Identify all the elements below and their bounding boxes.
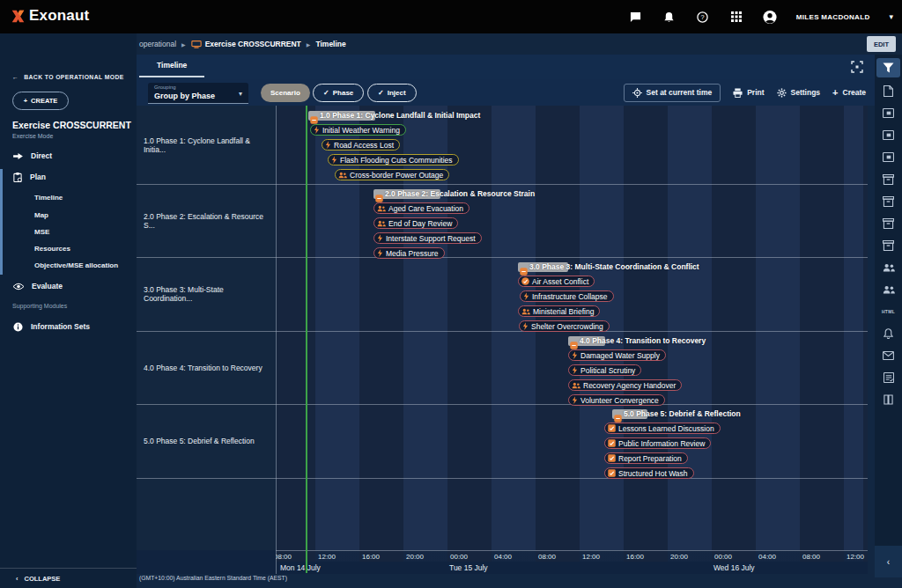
inject-pill[interactable]: Damaged Water Supply xyxy=(568,349,666,361)
chevron-down-icon[interactable]: ▾ xyxy=(889,12,893,21)
file-icon[interactable] xyxy=(875,80,902,102)
inject-title: Infrastructure Collapse xyxy=(532,292,608,301)
phase-icon xyxy=(375,190,383,198)
inject-pill[interactable]: Public Information Review xyxy=(604,437,711,449)
inject-pill[interactable]: Lessons Learned Discussion xyxy=(604,423,721,434)
tab-bar: Timeline xyxy=(137,55,875,79)
breadcrumb-separator-icon: ▶ xyxy=(181,41,186,48)
exercise-mode-label: Exercise Mode xyxy=(12,133,53,139)
apps-grid-icon[interactable] xyxy=(729,10,743,24)
help-icon[interactable]: ? xyxy=(696,10,710,24)
phase-title: 1.0 Phase 1: Cyclone Landfall & Initial … xyxy=(320,111,480,121)
axis-date-label: Wed 16 July xyxy=(713,563,755,572)
chat-icon[interactable] xyxy=(629,10,643,24)
timeline-row-label: 4.0 Phase 4: Transition to Recovery xyxy=(144,331,271,404)
back-to-operational-mode[interactable]: ← BACK TO OPERATIONAL MODE xyxy=(12,74,124,80)
tab-timeline[interactable]: Timeline xyxy=(139,55,204,77)
evaluate-eye-icon xyxy=(13,283,24,290)
inject-pill[interactable]: Political Scrutiny xyxy=(568,364,641,376)
sidebar-collapse-button[interactable]: ‹ COLLAPSE xyxy=(0,568,137,588)
bell-icon[interactable] xyxy=(662,10,676,24)
archive-icon[interactable] xyxy=(875,168,902,190)
settings-button[interactable]: Settings xyxy=(777,88,821,98)
fullscreen-icon[interactable] xyxy=(851,61,863,73)
card-icon[interactable] xyxy=(875,102,902,124)
inject-title: Damaged Water Supply xyxy=(580,351,660,360)
inject-pill[interactable]: Road Access Lost xyxy=(322,139,400,151)
inject-pill[interactable]: Recovery Agency Handover xyxy=(568,379,682,391)
grouping-select[interactable]: Grouping Group by Phase ▾ xyxy=(148,83,248,104)
scenario-chip[interactable]: Scenario xyxy=(261,84,310,102)
user-name[interactable]: MILES MACDONALD xyxy=(796,13,870,21)
time-axis-dates: Mon 14 JulyTue 15 JulyWed 16 July xyxy=(276,562,868,574)
inject-pill[interactable]: Cross-border Power Outage xyxy=(335,169,449,180)
axis-tick-label: 04:00 xyxy=(494,553,512,561)
users-icon xyxy=(521,308,530,315)
timeline-plot: 1.0 Phase 1: Cyclone Landfall & Initial … xyxy=(276,106,868,550)
sidebar-item-objective-mse-allocation[interactable]: Objective/MSE allocation xyxy=(0,257,137,274)
sidebar-create-button[interactable]: + CREATE xyxy=(12,92,69,110)
breadcrumb: operational ▶ Exercise CROSSCURRENT ▶ Ti… xyxy=(137,33,902,55)
sidebar-item-information-sets[interactable]: Information Sets xyxy=(0,317,137,336)
sidebar-item-plan[interactable]: Plan xyxy=(0,167,137,187)
rail-collapse-button[interactable]: ‹ xyxy=(875,546,902,577)
archive-icon[interactable] xyxy=(875,212,902,234)
timeline-row-label: 1.0 Phase 1: Cyclone Landfall & Initia..… xyxy=(144,106,271,184)
right-rail: HTML ‹ xyxy=(875,55,902,577)
create-button[interactable]: + Create xyxy=(832,87,866,98)
card-icon[interactable] xyxy=(875,124,902,146)
archive-icon[interactable] xyxy=(875,234,902,256)
inject-pill[interactable]: Media Pressure xyxy=(373,247,445,259)
set-at-current-time-button[interactable]: Set at current time xyxy=(624,84,721,102)
avatar-icon[interactable] xyxy=(763,10,777,24)
bell-icon[interactable] xyxy=(875,322,902,344)
inject-pill[interactable]: Shelter Overcrowding xyxy=(519,320,610,332)
sidebar-item-map[interactable]: Map xyxy=(0,207,137,224)
breadcrumb-operational[interactable]: operational xyxy=(139,40,176,48)
archive-icon[interactable] xyxy=(875,190,902,212)
sidebar-item-mse[interactable]: MSE xyxy=(0,224,137,240)
note-icon[interactable] xyxy=(875,366,902,388)
row-separator xyxy=(137,257,868,258)
chevron-left-icon: ‹ xyxy=(16,575,18,583)
phase-chip[interactable]: ✓ Phase xyxy=(313,84,364,102)
exonaut-logo[interactable]: Exonaut xyxy=(11,7,89,25)
inject-pill[interactable]: Flash Flooding Cuts Communities xyxy=(328,154,459,165)
edit-button[interactable]: EDIT xyxy=(867,36,896,52)
mail-icon[interactable] xyxy=(875,344,902,366)
inject-title: Aged Care Evacuation xyxy=(388,204,463,213)
filter-icon[interactable] xyxy=(876,58,900,77)
inject-pill[interactable]: Air Asset Conflict xyxy=(518,276,595,287)
inject-pill[interactable]: Initial Weather Warning xyxy=(310,124,406,136)
users-icon[interactable] xyxy=(875,278,902,300)
inject-pill[interactable]: Interstate Support Request xyxy=(373,232,482,244)
inject-title: Interstate Support Request xyxy=(386,234,476,243)
sidebar-item-timeline[interactable]: Timeline xyxy=(0,189,137,206)
users-icon[interactable] xyxy=(875,256,902,278)
breadcrumb-timeline[interactable]: Timeline xyxy=(315,40,345,48)
users-icon xyxy=(572,382,580,389)
inject-pill[interactable]: Aged Care Evacuation xyxy=(373,202,469,214)
print-button[interactable]: Print xyxy=(733,88,764,98)
inject-pill[interactable]: Report Preparation xyxy=(604,452,688,464)
axis-tick-label: 08:00 xyxy=(538,553,556,561)
inject-chip[interactable]: ✓ Inject xyxy=(367,84,417,102)
inject-pill[interactable]: Volunteer Convergence xyxy=(568,394,665,406)
sidebar-item-evaluate[interactable]: Evaluate xyxy=(0,276,137,296)
card-icon[interactable] xyxy=(875,146,902,168)
sidebar-item-direct[interactable]: Direct xyxy=(0,146,137,165)
html-icon[interactable]: HTML xyxy=(875,300,902,322)
breadcrumb-exercise[interactable]: Exercise CROSSCURRENT xyxy=(205,40,301,48)
inject-pill[interactable]: End of Day Review xyxy=(373,217,458,229)
direct-arrow-icon xyxy=(13,152,23,160)
inject-pill[interactable]: Structured Hot Wash xyxy=(604,467,694,479)
chevron-left-icon: ‹ xyxy=(887,557,890,567)
inject-pill[interactable]: Ministerial Briefing xyxy=(518,305,600,317)
book-icon[interactable] xyxy=(875,388,902,410)
row-separator xyxy=(137,331,868,332)
inject-pill[interactable]: Infrastructure Collapse xyxy=(520,290,614,302)
inject-title: End of Day Review xyxy=(388,219,452,228)
sidebar-item-resources[interactable]: Resources xyxy=(0,240,137,257)
bolt-icon xyxy=(314,126,320,134)
timeline-toolbar: Grouping Group by Phase ▾ Scenario ✓ Pha… xyxy=(137,79,875,106)
